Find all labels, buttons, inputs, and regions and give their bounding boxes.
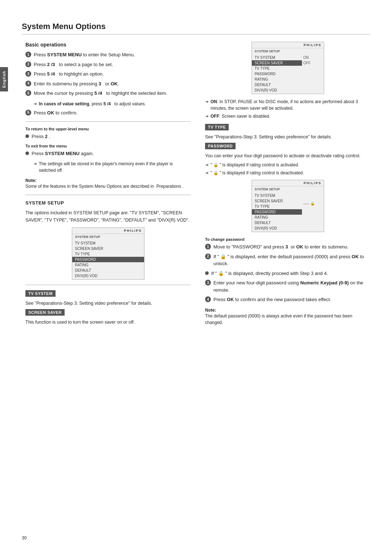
cp-step-4-num: 4 bbox=[205, 296, 211, 302]
menu-item-password-1-active: PASSWORD bbox=[72, 257, 144, 262]
pw-menu-tv-type: TV TYPE bbox=[252, 204, 302, 209]
return-list: Press 2 . bbox=[25, 133, 191, 140]
step-4-num: 4 bbox=[25, 81, 31, 86]
cp-step-2-num: 2 bbox=[205, 254, 211, 259]
bullet-icon bbox=[25, 134, 29, 138]
ss-value-off: OFF bbox=[303, 60, 322, 66]
menu-box-1-items: TV SYSTEM SCREEN SAVER TV TYPE PASSWORD … bbox=[72, 240, 144, 279]
basic-operations-heading: Basic operations bbox=[25, 42, 191, 48]
lock-icon-1: 🔒 bbox=[213, 162, 219, 168]
exit-list: Press SYSTEM MENU again. bbox=[25, 150, 191, 157]
password-section: PASSWORD You can enter your four-digit p… bbox=[205, 143, 370, 326]
screen-saver-text: This function is used to turn the screen… bbox=[25, 319, 191, 326]
note-text-2: The default password (0000) is always ac… bbox=[205, 313, 370, 326]
lock-icon-2: 🔒 bbox=[213, 170, 219, 176]
pw-arrow2-icon: ➜ bbox=[205, 170, 209, 176]
step-2: 2 Press 2 /3 to select a page to be set. bbox=[25, 61, 191, 68]
menu-item-tv-type-1: TV TYPE bbox=[72, 251, 144, 257]
arrow-exit-icon: ➜ bbox=[33, 161, 37, 167]
divider-1 bbox=[25, 121, 191, 122]
divider-2 bbox=[25, 195, 191, 195]
pw-value: ----- 🔒 bbox=[303, 201, 322, 206]
step-5: 5 Move the cursor by pressing 5 /4 to hi… bbox=[25, 90, 191, 97]
value-setting-note: ➜ In cases of value setting, press 5 /4 … bbox=[33, 101, 191, 107]
ss-menu-tv-type: TV TYPE bbox=[252, 66, 302, 71]
system-setup-heading: SYSTEM SETUP bbox=[25, 200, 191, 206]
screen-saver-menu-items: TV SYSTEM SCREEN SAVER TV TYPE PASSWORD … bbox=[252, 54, 302, 94]
tv-type-text: See "Preparations-Step 3: Setting video … bbox=[205, 133, 370, 141]
ss-menu-divx: DIVX(R) VOD bbox=[252, 88, 302, 93]
ss-menu-screen-saver-active: SCREEN SAVER bbox=[252, 60, 302, 66]
cp-bullet-icon bbox=[205, 271, 209, 275]
password-arrow1: ➜ " 🔒 " is displayed if rating control i… bbox=[205, 162, 370, 168]
basic-operations-list: 1 Press SYSTEM MENU to enter the Setup M… bbox=[25, 51, 191, 97]
pw-menu-values: ----- 🔒 bbox=[302, 192, 324, 232]
exit-arrow: ➜ The settings will be stored in the pla… bbox=[33, 161, 191, 174]
return-step: Press 2 . bbox=[25, 133, 191, 140]
step-1: 1 Press SYSTEM MENU to enter the Setup M… bbox=[25, 51, 191, 58]
note-title-2: Note: bbox=[205, 308, 370, 313]
step-1-num: 1 bbox=[25, 52, 31, 57]
tv-system-text: See "Preparations-Step 3: Setting video … bbox=[25, 300, 191, 307]
note-text-1: Some of the features in the System Menu … bbox=[25, 183, 191, 190]
menu-box-1-body: TV SYSTEM SCREEN SAVER TV TYPE PASSWORD … bbox=[72, 240, 144, 279]
screen-saver-menu-box: PHILIPS SYSTEM SETUP TV SYSTEM SCREEN SA… bbox=[252, 42, 324, 94]
note-title-1: Note: bbox=[25, 178, 191, 183]
screen-saver-menu-title: SYSTEM SETUP bbox=[252, 48, 324, 54]
password-menu-box: PHILIPS SYSTEM SETUP TV SYSTEM SCREEN SA… bbox=[252, 180, 324, 232]
cp-step-3-num: 3 bbox=[205, 280, 211, 285]
ss-value-on: ON bbox=[303, 55, 322, 60]
english-tab: English bbox=[0, 67, 8, 92]
cp-step-bullet: If " 🔒 " is displayed, directly proceed … bbox=[205, 270, 370, 277]
step-6: 6 Press OK to confirm. bbox=[25, 109, 191, 117]
pw-menu-divx: DIVX(R) VOD bbox=[252, 226, 302, 231]
ss-menu-rating: RATING bbox=[252, 77, 302, 82]
menu-item-rating-1: RATING bbox=[72, 262, 144, 268]
ss-menu-default: DEFAULT bbox=[252, 82, 302, 88]
step-3: 3 Press 5 /4 to highlight an option. bbox=[25, 70, 191, 78]
pw-arrow1-icon: ➜ bbox=[205, 162, 209, 168]
note-block-1: Note: Some of the features in the System… bbox=[25, 178, 191, 190]
return-heading: To return to the upper-level menu bbox=[25, 127, 191, 131]
exit-heading: To exit from the menu bbox=[25, 144, 191, 148]
cp-step-4: 4 Press OK to confirm and the new passwo… bbox=[205, 296, 370, 303]
pw-menu-tv-system: TV SYSTEM bbox=[252, 193, 302, 198]
off-note: ➜ OFF: Screen saver is disabled. bbox=[205, 113, 370, 119]
menu-box-1-brand: PHILIPS bbox=[72, 228, 144, 234]
menu-box-1-title: SYSTEM SETUP bbox=[72, 234, 144, 240]
divider-3 bbox=[25, 285, 191, 285]
change-password-heading: To change password bbox=[205, 237, 370, 242]
on-note: ➜ ON: In STOP, PAUSE or No DISC mode, if… bbox=[205, 98, 370, 112]
system-setup-menu-box-1: PHILIPS SYSTEM SETUP TV SYSTEM SCREEN SA… bbox=[72, 227, 144, 280]
step-6-list: 6 Press OK to confirm. bbox=[25, 109, 191, 117]
step-2-num: 2 bbox=[25, 61, 31, 67]
tv-system-section: TV SYSTEM See "Preparations-Step 3: Sett… bbox=[25, 290, 191, 307]
step-3-num: 3 bbox=[25, 71, 31, 77]
arrow-icon: ➜ bbox=[33, 101, 37, 107]
password-arrow2: ➜ " 🔒 " is displayed if rating control i… bbox=[205, 170, 370, 176]
pw-menu-title: SYSTEM SETUP bbox=[252, 186, 324, 192]
note-block-2: Note: The default password (0000) is alw… bbox=[205, 308, 370, 326]
step-5-num: 5 bbox=[25, 90, 31, 96]
pw-menu-brand: PHILIPS bbox=[252, 180, 324, 186]
menu-item-screen-saver-1: SCREEN SAVER bbox=[72, 246, 144, 251]
tv-type-section: TV TYPE See "Preparations-Step 3: Settin… bbox=[205, 124, 370, 141]
ss-menu-password: PASSWORD bbox=[252, 71, 302, 77]
pw-menu-items: TV SYSTEM SCREEN SAVER TV TYPE PASSWORD … bbox=[252, 192, 302, 232]
cp-step-3: 3 Enter your new four-digit password usi… bbox=[205, 279, 370, 293]
menu-item-tv-system-1: TV SYSTEM bbox=[72, 240, 144, 246]
ss-menu-tv-system: TV SYSTEM bbox=[252, 55, 302, 60]
page-number: 30 bbox=[22, 535, 26, 540]
screen-saver-section: SCREEN SAVER This function is used to tu… bbox=[25, 309, 191, 326]
password-label: PASSWORD bbox=[205, 143, 236, 149]
on-arrow-icon: ➜ bbox=[205, 98, 209, 105]
pw-menu-password-active: PASSWORD bbox=[252, 209, 302, 215]
tv-system-label: TV SYSTEM bbox=[25, 290, 56, 297]
screen-saver-menu-values: ON OFF bbox=[302, 54, 324, 94]
screen-saver-menu-brand: PHILIPS bbox=[252, 42, 324, 48]
pw-menu-body: TV SYSTEM SCREEN SAVER TV TYPE PASSWORD … bbox=[252, 192, 324, 232]
pw-menu-rating: RATING bbox=[252, 215, 302, 220]
off-arrow-icon: ➜ bbox=[205, 113, 209, 119]
tv-type-label: TV TYPE bbox=[205, 124, 229, 130]
screen-saver-label: SCREEN SAVER bbox=[25, 309, 65, 316]
